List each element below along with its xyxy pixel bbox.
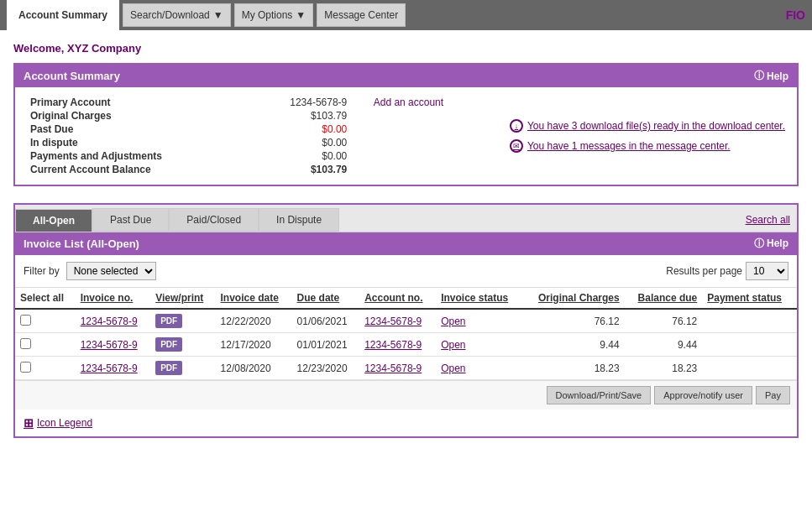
original-charges-cell-0: 76.12 — [522, 309, 625, 333]
col-header-view-print[interactable]: View/print — [150, 288, 215, 309]
pdf-button-1[interactable]: PDF — [155, 337, 182, 352]
invoice-row: 1234-5678-9 PDF 12/17/2020 01/01/2021 12… — [15, 333, 797, 357]
invoice-date-cell-1: 12/17/2020 — [216, 333, 292, 357]
invoice-table-container: Select all Invoice no. View/print Invoic… — [15, 288, 797, 380]
invoice-table-body: 1234-5678-9 PDF 12/22/2020 01/06/2021 12… — [15, 309, 797, 380]
invoice-help-link[interactable]: ⓘ Help — [754, 237, 788, 251]
tab-my-options[interactable]: My Options ▼ — [234, 3, 314, 27]
tab-account-summary[interactable]: Account Summary — [7, 0, 119, 30]
filter-bar: Filter by None selected Invoice Date Due… — [15, 255, 797, 288]
help-circle-icon: ⓘ — [754, 69, 764, 83]
col-header-due-date[interactable]: Due date — [292, 288, 360, 309]
account-no-link-1[interactable]: 1234-5678-9 — [364, 339, 422, 351]
payments-adjustments-label: Payments and Adjustments — [27, 149, 249, 163]
original-charges-value: $103.79 — [249, 109, 351, 123]
company-name: XYZ Company — [67, 42, 141, 55]
download-print-save-button[interactable]: Download/Print/Save — [547, 386, 652, 404]
account-summary-body: Primary Account 1234-5678-9 Add an accou… — [15, 87, 797, 185]
view-print-cell[interactable]: PDF — [150, 333, 215, 357]
col-header-invoice-no[interactable]: Invoice no. — [76, 288, 151, 309]
invoice-checkbox-2[interactable] — [20, 362, 31, 373]
invoice-checkbox-cell[interactable] — [15, 357, 76, 380]
account-summary-title: Account Summary — [24, 70, 120, 82]
tab-all-open[interactable]: All-Open — [15, 209, 92, 232]
tab-search-download[interactable]: Search/Download ▼ — [123, 3, 231, 27]
invoice-status-link-1[interactable]: Open — [441, 339, 465, 351]
invoice-status-link-0[interactable]: Open — [441, 316, 465, 327]
welcome-prefix: Welcome, — [13, 42, 64, 55]
pay-button[interactable]: Pay — [756, 386, 790, 404]
current-balance-value: $103.79 — [249, 163, 351, 176]
tab-past-due[interactable]: Past Due — [92, 208, 169, 232]
filter-right: Results per page 10 25 50 100 — [666, 262, 788, 280]
invoice-table-head: Select all Invoice no. View/print Invoic… — [15, 288, 797, 309]
balance-due-cell-0: 76.12 — [625, 309, 703, 333]
page-content: Welcome, XYZ Company Account Summary ⓘ H… — [0, 30, 812, 506]
col-header-payment-status[interactable]: Payment status — [702, 288, 797, 309]
invoice-checkbox-0[interactable] — [20, 315, 31, 326]
account-no-link-2[interactable]: 1234-5678-9 — [364, 363, 422, 374]
download-notification-icon: ↓ — [510, 119, 523, 133]
tab-message-center[interactable]: Message Center — [317, 3, 406, 27]
pdf-button-2[interactable]: PDF — [155, 361, 182, 375]
view-print-cell[interactable]: PDF — [150, 357, 215, 380]
top-navigation: Account Summary Search/Download ▼ My Opt… — [0, 0, 812, 30]
account-summary-details: Primary Account 1234-5678-9 Add an accou… — [27, 96, 493, 176]
icon-legend[interactable]: ⊞ Icon Legend — [15, 409, 797, 436]
tab-in-dispute[interactable]: In Dispute — [259, 208, 339, 232]
filter-left: Filter by None selected Invoice Date Due… — [24, 262, 156, 280]
download-notification-text: You have 3 download file(s) ready in the… — [527, 120, 785, 132]
approve-notify-user-button[interactable]: Approve/notify user — [654, 386, 752, 404]
original-charges-cell-1: 9.44 — [522, 333, 625, 357]
account-no-cell-1: 1234-5678-9 — [359, 333, 436, 357]
add-account-link[interactable]: Add an account — [370, 96, 493, 109]
payments-adjustments-value: $0.00 — [249, 149, 351, 163]
filter-by-select[interactable]: None selected Invoice Date Due Date Acco… — [66, 262, 156, 280]
account-summary-help-label: Help — [767, 70, 788, 82]
original-charges-label: Original Charges — [27, 109, 249, 123]
search-all-link[interactable]: Search all — [739, 209, 797, 231]
invoice-list-title: Invoice List (All-Open) — [24, 237, 139, 250]
invoice-checkbox-cell[interactable] — [15, 309, 76, 333]
invoice-no-cell: 1234-5678-9 — [76, 333, 151, 357]
invoice-action-bar: Download/Print/Save Approve/notify user … — [15, 380, 797, 409]
dropdown-arrow-icon-2: ▼ — [296, 9, 306, 21]
select-all-label[interactable]: Select all — [20, 292, 64, 304]
message-notification-text: You have 1 messages in the message cente… — [527, 140, 731, 152]
invoice-tab-bar-outer: All-Open Past Due Paid/Closed In Dispute… — [15, 205, 797, 232]
col-header-account-no[interactable]: Account no. — [359, 288, 436, 309]
invoice-status-cell-2: Open — [436, 357, 522, 380]
col-header-invoice-status[interactable]: Invoice status — [436, 288, 522, 309]
in-dispute-label: In dispute — [27, 136, 249, 149]
due-date-cell-2: 12/23/2020 — [292, 357, 360, 380]
view-print-cell[interactable]: PDF — [150, 309, 215, 333]
dropdown-arrow-icon: ▼ — [213, 9, 223, 21]
invoice-no-link-2[interactable]: 1234-5678-9 — [81, 363, 138, 374]
invoice-no-link-0[interactable]: 1234-5678-9 — [81, 316, 138, 327]
invoice-row: 1234-5678-9 PDF 12/22/2020 01/06/2021 12… — [15, 309, 797, 333]
icon-legend-expand-icon: ⊞ — [24, 416, 34, 430]
invoice-no-link-1[interactable]: 1234-5678-9 — [81, 339, 138, 351]
account-summary-help-link[interactable]: ⓘ Help — [754, 69, 788, 83]
invoice-checkbox-1[interactable] — [20, 338, 31, 349]
download-notification-link[interactable]: ↓ You have 3 download file(s) ready in t… — [510, 119, 785, 133]
account-no-link-0[interactable]: 1234-5678-9 — [364, 316, 422, 327]
col-header-select-all[interactable]: Select all — [15, 288, 76, 309]
invoice-checkbox-cell[interactable] — [15, 333, 76, 357]
tab-paid-closed[interactable]: Paid/Closed — [169, 208, 259, 232]
results-per-page-label: Results per page — [666, 265, 742, 277]
table-row: In dispute $0.00 — [27, 136, 493, 149]
current-balance-label: Current Account Balance — [27, 163, 249, 176]
results-per-page-select[interactable]: 10 25 50 100 — [746, 262, 788, 280]
col-header-invoice-date[interactable]: Invoice date — [216, 288, 292, 309]
message-notification-link[interactable]: ✉ You have 1 messages in the message cen… — [510, 139, 785, 153]
account-summary-box: Account Summary ⓘ Help Primary Account 1… — [13, 63, 799, 186]
original-charges-cell-2: 18.23 — [522, 357, 625, 380]
payment-status-cell-0 — [702, 309, 797, 333]
col-header-original-charges[interactable]: Original Charges — [522, 288, 625, 309]
pdf-button-0[interactable]: PDF — [155, 314, 182, 328]
col-header-balance-due[interactable]: Balance due — [625, 288, 703, 309]
invoice-section: All-Open Past Due Paid/Closed In Dispute… — [13, 203, 799, 438]
account-no-cell-0: 1234-5678-9 — [359, 309, 436, 333]
invoice-status-link-2[interactable]: Open — [441, 363, 465, 374]
